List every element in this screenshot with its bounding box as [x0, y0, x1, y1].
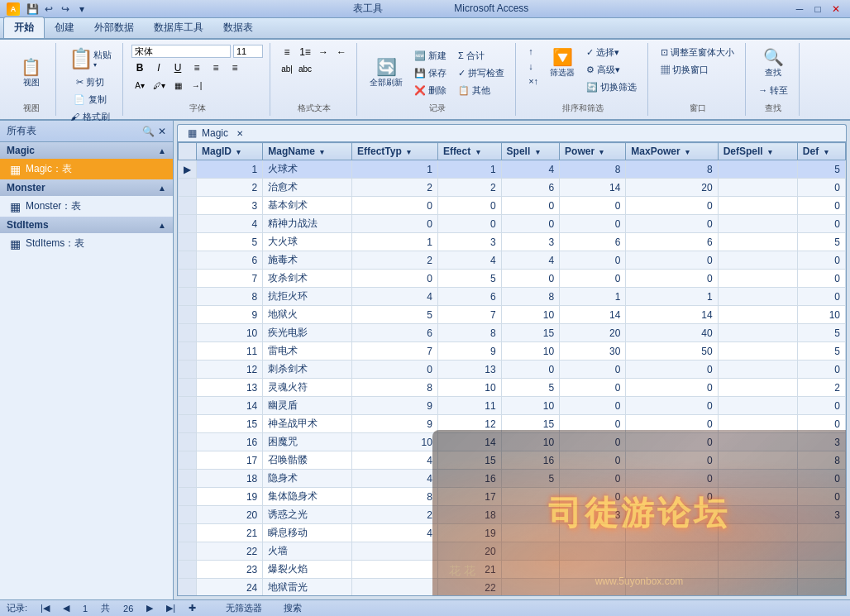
ab-button[interactable]: ab| — [279, 61, 295, 76]
table-row[interactable]: 10疾光电影681520405 — [179, 324, 846, 342]
align-center-button[interactable]: ≡ — [208, 60, 224, 75]
content-tab[interactable]: ▦ Magic ✕ — [177, 124, 847, 141]
row-selector-cell[interactable] — [179, 524, 197, 542]
status-nav-new[interactable]: ✚ — [189, 603, 196, 614]
row-selector-cell[interactable] — [179, 379, 197, 397]
close-button[interactable]: ✕ — [829, 2, 843, 17]
col-magname[interactable]: MagName ▾ — [263, 143, 352, 160]
row-selector-cell[interactable] — [179, 233, 197, 251]
col-defspell[interactable]: DefSpell ▾ — [718, 143, 797, 160]
nav-item-monster-table[interactable]: ▦ Monster：表 — [0, 196, 173, 217]
table-row[interactable]: 8抗拒火环468110 — [179, 288, 846, 306]
switch-window-button[interactable]: ▦ 切换窗口 — [657, 62, 713, 78]
numlist-button[interactable]: 1≡ — [297, 45, 313, 60]
table-row[interactable]: 9地狱火5710141410 — [179, 306, 846, 324]
indent-increase[interactable]: → — [315, 45, 332, 60]
advanced-button[interactable]: ⚙ 高级▾ — [582, 62, 641, 78]
filter-button[interactable]: 🔽 筛选器 — [546, 45, 579, 81]
indent-button[interactable]: →| — [189, 78, 205, 93]
row-selector-cell[interactable] — [179, 288, 197, 306]
table-container[interactable]: MagID ▾ MagName ▾ EffectTyp ▾ Effect ▾ S… — [177, 141, 847, 596]
table-row[interactable]: 23爆裂火焰21 — [179, 561, 846, 579]
table-row[interactable]: 20诱惑之光21833 — [179, 506, 846, 524]
view-button[interactable]: 📋 视图 — [15, 55, 48, 91]
bold-button[interactable]: B — [131, 60, 148, 75]
nav-section-monster-header[interactable]: Monster ▲ — [0, 179, 173, 196]
table-row[interactable]: 3基本剑术000000 — [179, 197, 846, 215]
row-selector-cell[interactable] — [179, 433, 197, 451]
table-row[interactable]: 11雷电术791030505 — [179, 342, 846, 361]
row-selector-cell[interactable] — [179, 251, 197, 270]
nav-section-magic-header[interactable]: Magic ▲ — [0, 142, 173, 159]
row-selector-cell[interactable] — [179, 361, 197, 379]
table-row[interactable]: 17召唤骷髅41516008 — [179, 451, 846, 470]
italic-button[interactable]: I — [150, 60, 167, 75]
remove-sort-button[interactable]: ×↑ — [524, 74, 542, 88]
row-selector-cell[interactable] — [179, 270, 197, 288]
nav-item-magic-table[interactable]: ▦ Magic：表 — [0, 159, 173, 179]
sort-asc-button[interactable]: ↑ — [524, 45, 542, 58]
font-size-input[interactable] — [233, 45, 263, 58]
status-nav-last[interactable]: ▶| — [166, 603, 175, 614]
col-power[interactable]: Power ▾ — [560, 143, 626, 160]
table-row[interactable]: 6施毒术244000 — [179, 251, 846, 270]
spell-button[interactable]: abc — [297, 61, 313, 76]
align-left-button[interactable]: ≡ — [189, 60, 205, 75]
table-row[interactable]: ▶1火球术114885 — [179, 160, 846, 179]
table-row[interactable]: 2治愈术22614200 — [179, 179, 846, 197]
table-row[interactable]: 18隐身术4165000 — [179, 470, 846, 488]
row-selector-cell[interactable] — [179, 324, 197, 342]
delete-record-button[interactable]: ❌ 删除 — [410, 83, 451, 98]
row-selector-cell[interactable] — [179, 197, 197, 215]
more-button[interactable]: 📋 其他 — [454, 83, 509, 98]
refresh-button[interactable]: 🔄 全部刷新 — [365, 55, 407, 91]
font-color-button[interactable]: A▾ — [131, 78, 148, 93]
col-effecttyp[interactable]: EffectTyp ▾ — [351, 143, 437, 160]
align-right-button[interactable]: ≡ — [227, 60, 243, 75]
row-selector-cell[interactable] — [179, 451, 197, 470]
qat-more[interactable]: ▾ — [74, 2, 89, 17]
minimize-button[interactable]: ─ — [792, 2, 807, 17]
table-row[interactable]: 15神圣战甲术91215000 — [179, 415, 846, 433]
content-tab-close[interactable]: ✕ — [236, 129, 243, 138]
col-def[interactable]: Def ▾ — [797, 143, 845, 160]
find-button[interactable]: 🔍 查找 — [757, 45, 790, 81]
copy-button[interactable]: 📄 复制 — [69, 92, 110, 107]
col-maxpower[interactable]: MaxPower ▾ — [626, 143, 718, 160]
row-selector-cell[interactable] — [179, 397, 197, 415]
table-row[interactable]: 21瞬息移动419 — [179, 524, 846, 542]
table-row[interactable]: 19集体隐身术817000 — [179, 488, 846, 506]
highlight-button[interactable]: 🖊▾ — [150, 78, 167, 93]
table-row[interactable]: 13灵魂火符8105002 — [179, 379, 846, 397]
col-spell[interactable]: Spell ▾ — [501, 143, 560, 160]
fit-window-button[interactable]: ⊡ 调整至窗体大小 — [657, 45, 738, 60]
row-selector-cell[interactable] — [179, 342, 197, 361]
tab-dbtools[interactable]: 数据库工具 — [144, 17, 213, 38]
row-selector-cell[interactable] — [179, 488, 197, 506]
table-row[interactable]: 24地狱雷光22 — [179, 579, 846, 597]
nav-panel-search-icon[interactable]: 🔍 — [142, 126, 155, 137]
font-name-input[interactable] — [131, 45, 231, 58]
indent-decrease[interactable]: ← — [333, 45, 350, 60]
table-row[interactable]: 7攻杀剑术050000 — [179, 270, 846, 288]
tab-external[interactable]: 外部数据 — [84, 17, 144, 38]
row-selector-cell[interactable]: ▶ — [179, 160, 197, 179]
row-selector-cell[interactable] — [179, 542, 197, 561]
qat-save[interactable]: 💾 — [25, 2, 40, 17]
col-magid[interactable]: MagID ▾ — [197, 143, 263, 160]
paste-button[interactable]: 📋 粘贴 ▾ — [64, 45, 116, 73]
select-button[interactable]: ✓ 选择▾ — [582, 45, 641, 60]
maximize-button[interactable]: □ — [810, 2, 825, 17]
status-nav-prev[interactable]: ◀ — [63, 603, 69, 614]
table-row[interactable]: 5大火球133665 — [179, 233, 846, 251]
save-record-button[interactable]: 💾 保存 — [410, 65, 451, 81]
table-row[interactable]: 14幽灵盾91110000 — [179, 397, 846, 415]
tab-home[interactable]: 开始 — [3, 17, 45, 38]
row-selector-cell[interactable] — [179, 415, 197, 433]
table-row[interactable]: 22火墙20 — [179, 542, 846, 561]
table-row[interactable]: 16困魔咒101410003 — [179, 433, 846, 451]
row-selector-cell[interactable] — [179, 579, 197, 597]
qat-undo[interactable]: ↩ — [41, 2, 56, 17]
toggle-filter-button[interactable]: 🔄 切换筛选 — [582, 79, 641, 95]
row-selector-cell[interactable] — [179, 179, 197, 197]
